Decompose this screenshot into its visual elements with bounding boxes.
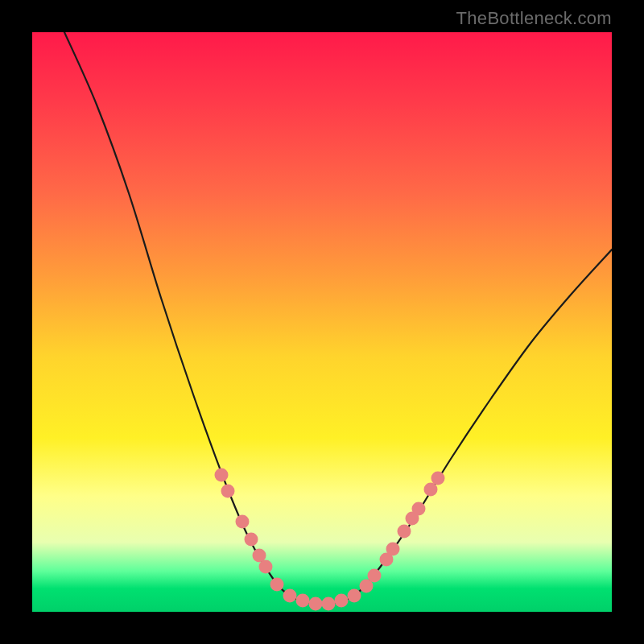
marker-dot — [335, 594, 349, 608]
marker-dot — [398, 525, 411, 539]
marker-dot — [309, 597, 323, 611]
marker-dot — [412, 502, 426, 516]
marker-dot — [322, 597, 336, 611]
marker-dot — [245, 533, 258, 547]
marker-dot — [236, 515, 250, 529]
marker-dot — [424, 483, 438, 497]
curve-markers — [215, 469, 445, 611]
marker-dot — [431, 472, 445, 485]
plot-area — [32, 32, 612, 612]
bottleneck-curve — [64, 32, 612, 604]
marker-dot — [386, 543, 400, 556]
watermark-text: TheBottleneck.com — [456, 8, 612, 29]
marker-dot — [348, 589, 361, 603]
marker-dot — [221, 485, 235, 498]
marker-dot — [296, 594, 310, 608]
curve-overlay — [32, 32, 612, 612]
marker-dot — [283, 589, 297, 603]
marker-dot — [215, 469, 229, 482]
marker-dot — [270, 578, 284, 592]
chart-frame: TheBottleneck.com — [0, 0, 644, 644]
marker-dot — [259, 560, 273, 574]
marker-dot — [368, 569, 382, 583]
